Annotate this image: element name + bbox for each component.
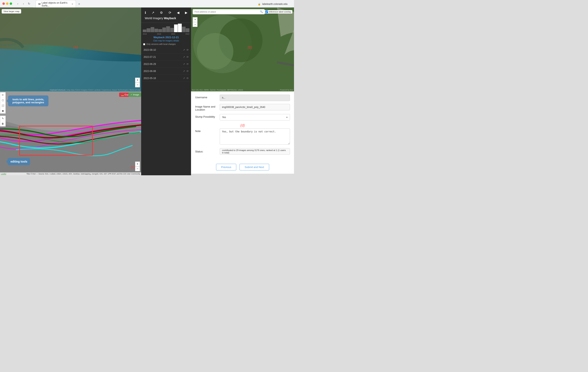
form-actions: Previous Submit and Next (191, 162, 294, 174)
close-light[interactable] (2, 2, 5, 5)
map-attribution-text: Tiles © Esri — Source: Esri, i-cubed, US… (26, 173, 140, 175)
search-icon[interactable]: 🔍 (260, 10, 263, 13)
find-bar: 🔍 reference label overlay (193, 9, 292, 14)
titlebar: ‹ › ↻ 🗺 Label objects on Earth's Surfa..… (0, 0, 294, 7)
collapse-icon[interactable]: ◀ (177, 11, 179, 15)
wayback-header: ℹ ↗ ⚙ ⟳ ◀ ▶ World Imagery Wayback (141, 8, 191, 23)
refresh-item-icon[interactable]: ⟳ (187, 77, 189, 80)
status-value: contributed to 29 images among 3176 ones… (220, 148, 290, 155)
back-button[interactable]: ‹ (15, 1, 20, 6)
local-changes-checkbox[interactable] (143, 43, 145, 45)
image-button[interactable]: ✓ Image (128, 93, 141, 97)
chart-bar-highlight (178, 24, 181, 32)
map-label-c: (c) (131, 165, 135, 169)
zoom-out-bottom[interactable]: − (135, 166, 140, 171)
submit-next-button[interactable]: Submit and Next (240, 164, 269, 170)
form-section-d: Username Image Name and Location Slump P… (191, 91, 294, 162)
tab-close-icon[interactable]: ✕ (72, 3, 73, 5)
find-input[interactable] (193, 9, 264, 14)
wayback-title-text: World Imagery Wayback (143, 16, 189, 21)
image-name-input[interactable] (220, 104, 290, 110)
wayback-checkbox-row: Only versions with local changes (141, 42, 191, 46)
tab-favicon: 🗺 (38, 3, 40, 5)
zoom-in-right[interactable]: + (193, 17, 198, 22)
refresh-icon[interactable]: ⟳ (168, 11, 171, 15)
wayback-item-1-icons: ↗ ⟳ (183, 55, 189, 58)
address-url[interactable]: labelearth.colorado.edu (262, 3, 288, 5)
info-icon[interactable]: ℹ (145, 11, 146, 15)
chart-bar (166, 26, 170, 32)
zoom-out-right[interactable]: − (193, 22, 198, 27)
previous-button[interactable]: Previous (216, 164, 236, 170)
year-2020: 2020 (171, 33, 175, 35)
share-item-icon[interactable]: ↗ (183, 70, 185, 73)
draw-polygon-button[interactable]: ⬡ (0, 98, 5, 103)
wayback-item-2[interactable]: 2022-06-29 ↗ ⟳ (141, 61, 191, 68)
note-label: Note (195, 128, 217, 133)
minimize-light[interactable] (6, 2, 9, 5)
maximize-light[interactable] (10, 2, 12, 5)
wayback-date-2: 2022-06-29 (144, 63, 156, 66)
refresh-item-icon[interactable]: ⟳ (187, 55, 189, 58)
draw-line-button[interactable]: ✏ (0, 92, 5, 98)
horizontal-scrollbar[interactable] (191, 174, 294, 175)
share-item-icon[interactable]: ↗ (183, 77, 185, 80)
new-tab-button[interactable]: + (77, 2, 82, 6)
wayback-item-1[interactable]: 2022-07-21 ↗ ⟳ (141, 54, 191, 61)
active-tab[interactable]: 🗺 Label objects on Earth's Surfa... ✕ (36, 0, 76, 8)
draw-point-button[interactable]: ◉ (0, 108, 5, 113)
zoom-in-top[interactable]: + (135, 78, 140, 82)
edit-button[interactable]: ✎ (0, 116, 5, 121)
share-icon[interactable]: ↗ (152, 11, 154, 15)
wayback-item-0[interactable]: 2022-08-10 ↗ ⟳ (141, 46, 191, 54)
right-panel: 🔍 reference label overlay + − (b) Esri C… (191, 8, 294, 175)
wayback-item-4[interactable]: 2022-05-18 ↗ ⟳ (141, 75, 191, 82)
reload-button[interactable]: ↻ (27, 1, 32, 6)
delete-button[interactable]: 🗑 (0, 121, 5, 126)
image-label: ✓ Image (130, 93, 139, 96)
wayback-chart[interactable] (141, 23, 191, 33)
refresh-item-icon[interactable]: ⟳ (187, 49, 189, 51)
map-right-top-b[interactable]: 🔍 reference label overlay + − (b) Esri C… (191, 8, 294, 91)
image-name-control (220, 104, 290, 110)
leaflet-text: Leaflet (1, 173, 6, 175)
svg-rect-1 (20, 126, 93, 155)
wayback-chart-bars (143, 24, 189, 32)
wayback-current-date: Wayback 2021-12-21 (141, 35, 191, 40)
ref-label-check: reference label overlay (264, 10, 292, 13)
wayback-title-normal: World Imagery (145, 17, 163, 20)
view-larger-button[interactable]: View larger map (2, 9, 21, 13)
refresh-item-icon[interactable]: ⟳ (187, 70, 189, 73)
play-icon[interactable]: ▶ (185, 11, 187, 15)
forward-button[interactable]: › (21, 1, 26, 6)
ref-label-checkbox[interactable] (265, 11, 268, 13)
note-row: Note (195, 128, 290, 145)
wayback-icons: ℹ ↗ ⚙ ⟳ ◀ ▶ (143, 10, 189, 16)
draw-rectangle-button[interactable]: ⬜ (0, 103, 5, 108)
note-textarea[interactable] (220, 128, 290, 144)
refresh-item-icon[interactable]: ⟳ (187, 63, 189, 66)
map-right-background (191, 8, 294, 91)
wayback-item-3-icons: ↗ ⟳ (183, 70, 189, 73)
share-item-icon[interactable]: ↗ (183, 49, 185, 51)
wayback-item-3[interactable]: 2022-06-08 ↗ ⟳ (141, 68, 191, 75)
traffic-lights (2, 2, 12, 5)
map-bottom-c[interactable]: ✏ ⬡ ⬜ ◉ ✎ 🗑 tools to add lines, points, … (0, 91, 141, 175)
year-2022: 2022 (185, 33, 189, 35)
zoom-in-bottom[interactable]: + (135, 162, 140, 166)
share-item-icon[interactable]: ↗ (183, 63, 185, 66)
chart-bar (170, 28, 174, 32)
svg-point-4 (219, 18, 263, 62)
settings-icon[interactable]: ⚙ (160, 11, 163, 15)
map-zoom-top: + − (135, 78, 140, 87)
zoom-out-top[interactable]: − (135, 82, 140, 87)
map-top-a[interactable]: View larger map (a) + − Keyboard shortcu… (0, 8, 141, 91)
tab-bar: 🗺 Label objects on Earth's Surfa... ✕ + … (33, 0, 292, 8)
chart-bar-highlight (174, 24, 178, 32)
username-input[interactable] (220, 95, 290, 101)
year-2018: 2018 (157, 33, 161, 35)
slump-select[interactable]: Yes No Maybe (220, 114, 290, 120)
share-item-icon[interactable]: ↗ (183, 55, 185, 58)
leaflet-link[interactable]: Leaflet (1, 173, 6, 175)
main-content: View larger map (a) + − Keyboard shortcu… (0, 8, 294, 175)
